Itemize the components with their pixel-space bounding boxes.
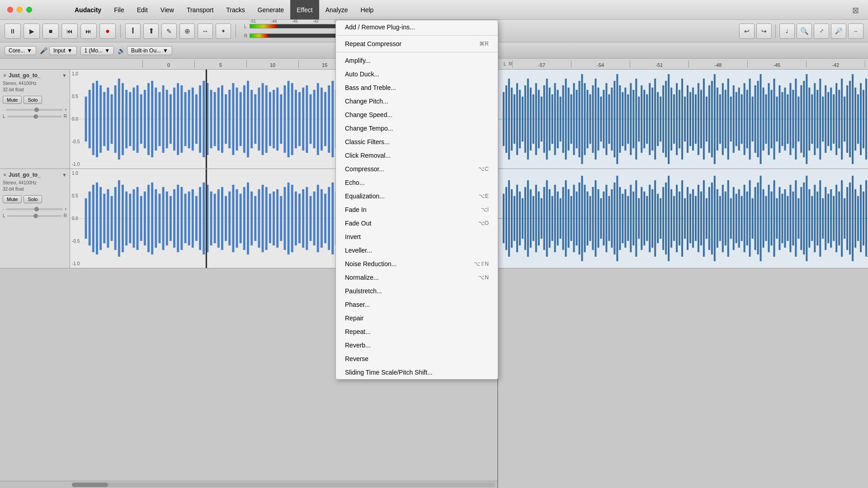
zoom-fit-button[interactable]: ⤢ (814, 23, 829, 39)
menu-generate[interactable]: Generate (251, 0, 290, 19)
menu-transport[interactable]: Transport (180, 0, 220, 19)
record-button[interactable]: ● (99, 23, 116, 39)
svg-rect-181 (306, 187, 308, 250)
effect-change-speed[interactable]: Change Speed... (336, 108, 498, 122)
zoom-out-button[interactable]: 🔎 (831, 23, 846, 39)
menu-view[interactable]: View (154, 0, 180, 19)
svg-rect-490 (819, 180, 821, 257)
track-1-close-button[interactable]: ✕ (3, 73, 7, 79)
audio-driver-select[interactable]: Core... ▼ (5, 46, 36, 55)
effect-noise-reduction[interactable]: Noise Reduction... ⌥⇧N (336, 257, 498, 271)
effect-paulstretch[interactable]: Paulstretch... (336, 284, 498, 298)
stop-button[interactable]: ■ (42, 23, 59, 39)
effect-change-tempo[interactable]: Change Tempo... (336, 122, 498, 135)
zoom-in-button[interactable]: 🔍 (797, 23, 812, 39)
track-1-dropdown[interactable]: ▼ (62, 73, 67, 78)
maximize-window-button[interactable] (26, 7, 32, 13)
menu-edit[interactable]: Edit (131, 0, 154, 19)
zoom-sel-button[interactable]: ↔ (848, 23, 863, 39)
svg-rect-485 (806, 176, 807, 261)
right-track-2[interactable] (498, 169, 868, 268)
svg-rect-39 (214, 92, 216, 146)
svg-rect-176 (288, 183, 290, 254)
menu-help[interactable]: Help (354, 0, 380, 19)
ruler-mark-5: 5 (194, 61, 246, 68)
draw-tool[interactable]: ✎ (161, 23, 177, 39)
effect-repeat[interactable]: Repeat... (336, 325, 498, 338)
effect-reverb[interactable]: Reverb... (336, 338, 498, 352)
effect-equalization[interactable]: Equalization... ⌥E (336, 189, 498, 203)
play-button[interactable]: ▶ (24, 23, 40, 39)
effect-classic-filters[interactable]: Classic Filters... (336, 135, 498, 149)
input-device-select[interactable]: Input ▼ (49, 46, 77, 55)
menu-analyze[interactable]: Analyze (319, 0, 354, 19)
svg-rect-455 (725, 192, 726, 245)
skip-end-button[interactable]: ⏭ (80, 23, 97, 39)
channels-select[interactable]: 1 (Mo... ▼ (80, 46, 114, 55)
track-1-info: ✕ Just_go_to_ ▼ Stereo, 44100Hz 32-bit f… (0, 70, 70, 169)
skip-start-button[interactable]: ⏮ (61, 23, 78, 39)
scrollbar-track[interactable] (72, 483, 495, 487)
app-name-menu[interactable]: Audacity (68, 0, 108, 19)
svg-rect-172 (273, 192, 275, 245)
effect-fade-out[interactable]: Fade Out ⌥O (336, 216, 498, 230)
effect-reverse[interactable]: Reverse (336, 352, 498, 366)
track-2-gain-slider[interactable] (6, 208, 63, 210)
right-track-1[interactable] (498, 70, 868, 169)
effect-leveller[interactable]: Leveller... (336, 244, 498, 257)
effect-repair[interactable]: Repair (336, 311, 498, 325)
zoom-tool[interactable]: ⊕ (179, 23, 195, 39)
track-2-solo-button[interactable]: Solo (24, 195, 42, 203)
track-1-gain-slider[interactable] (6, 109, 63, 111)
effect-bass-treble[interactable]: Bass and Treble... (336, 81, 498, 94)
svg-rect-69 (324, 92, 326, 146)
metronome-button[interactable]: ♩ (779, 23, 795, 39)
menu-effect[interactable]: Effect (290, 0, 319, 19)
svg-rect-338 (778, 85, 780, 153)
track-2-pan-slider[interactable] (7, 215, 62, 217)
effect-fade-in[interactable]: Fade In ⌥I (336, 203, 498, 216)
svg-rect-296 (665, 81, 667, 157)
select-tool[interactable]: I (125, 23, 141, 39)
svg-rect-476 (781, 194, 783, 244)
svg-rect-495 (833, 196, 835, 241)
effect-repeat-compressor[interactable]: Repeat Compressor ⌘R (336, 37, 498, 51)
effect-auto-duck[interactable]: Auto Duck... (336, 67, 498, 81)
track-2-mute-button[interactable]: Mute (3, 195, 22, 203)
svg-rect-494 (830, 189, 832, 248)
redo-button[interactable]: ↪ (756, 23, 772, 39)
horizontal-scrollbar[interactable] (0, 481, 497, 488)
effect-change-pitch[interactable]: Change Pitch... (336, 94, 498, 108)
effect-phaser[interactable]: Phaser... (336, 298, 498, 311)
envelope-tool[interactable]: ⬆ (143, 23, 159, 39)
pause-button[interactable]: ⏸ (5, 23, 21, 39)
svg-rect-348 (806, 74, 807, 164)
svg-rect-6 (92, 83, 94, 155)
track-1-solo-button[interactable]: Solo (24, 96, 42, 104)
track-2-dropdown[interactable]: ▼ (62, 172, 67, 178)
output-device-select[interactable]: Built-in Ou... ▼ (127, 46, 172, 55)
svg-rect-290 (649, 83, 651, 155)
track-1-mute-button[interactable]: Mute (3, 96, 22, 104)
track-1-pan-slider[interactable] (7, 116, 62, 117)
menu-tracks[interactable]: Tracks (220, 0, 251, 19)
scrollbar-thumb[interactable] (72, 483, 108, 487)
undo-button[interactable]: ↩ (739, 23, 755, 39)
close-window-button[interactable] (7, 7, 13, 13)
minimize-window-button[interactable] (17, 7, 23, 13)
effect-invert[interactable]: Invert (336, 230, 498, 244)
svg-rect-291 (651, 88, 653, 150)
menu-file[interactable]: File (108, 0, 131, 19)
svg-rect-481 (795, 180, 797, 257)
timeshift-tool[interactable]: ↔ (198, 23, 213, 39)
effect-echo[interactable]: Echo... (336, 176, 498, 189)
effect-click-removal[interactable]: Click Removal... (336, 149, 498, 162)
effect-amplify[interactable]: Amplify... (336, 54, 498, 67)
svg-rect-168 (258, 189, 260, 248)
effect-normalize[interactable]: Normalize... ⌥N (336, 271, 498, 284)
multi-tool[interactable]: ✦ (216, 23, 231, 39)
effect-sliding-time-scale[interactable]: Sliding Time Scale/Pitch Shift... (336, 366, 498, 379)
effect-compressor[interactable]: Compressor... ⌥C (336, 162, 498, 176)
track-2-close-button[interactable]: ✕ (3, 172, 7, 178)
effect-add-remove-plugins[interactable]: Add / Remove Plug-ins... (336, 20, 498, 34)
